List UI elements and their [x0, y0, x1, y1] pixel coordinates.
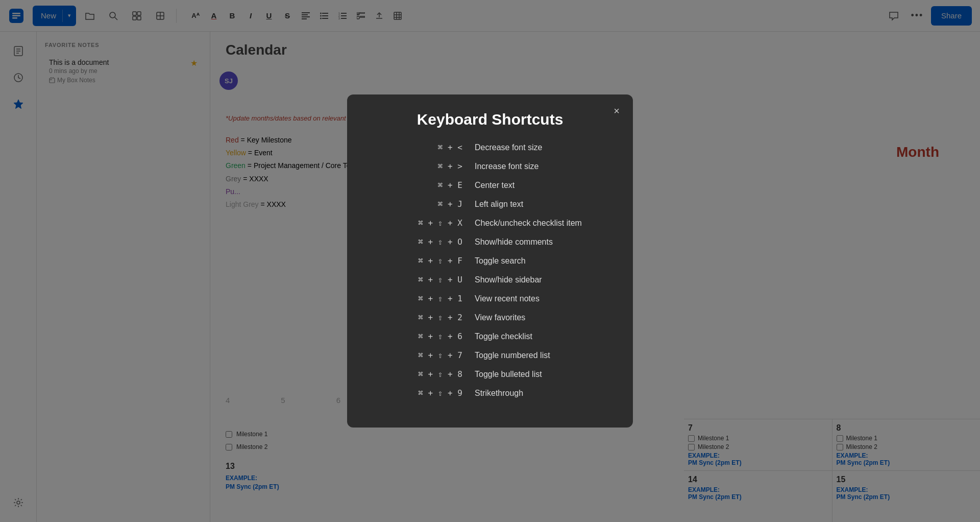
shortcut-keys-9: ⌘ + ⇧ + 2 [368, 313, 475, 322]
shortcut-row-10: ⌘ + ⇧ + 6 Toggle checklist [368, 331, 612, 341]
shortcut-desc-5: Show/hide comments [475, 238, 553, 247]
shortcut-desc-3: Left align text [475, 200, 523, 209]
shortcut-row-13: ⌘ + ⇧ + 9 Strikethrough [368, 388, 612, 398]
shortcut-desc-9: View favorites [475, 313, 525, 322]
shortcut-desc-8: View recent notes [475, 294, 540, 303]
shortcut-row-11: ⌘ + ⇧ + 7 Toggle numbered list [368, 350, 612, 360]
shortcut-desc-4: Check/uncheck checklist item [475, 219, 582, 228]
shortcut-row-12: ⌘ + ⇧ + 8 Toggle bulleted list [368, 369, 612, 379]
shortcut-keys-8: ⌘ + ⇧ + 1 [368, 294, 475, 303]
shortcut-row-8: ⌘ + ⇧ + 1 View recent notes [368, 294, 612, 303]
shortcut-row-2: ⌘ + E Center text [368, 180, 612, 190]
shortcut-keys-5: ⌘ + ⇧ + O [368, 237, 475, 247]
shortcut-row-4: ⌘ + ⇧ + X Check/uncheck checklist item [368, 218, 612, 228]
modal-close-button[interactable]: × [608, 103, 625, 119]
shortcut-desc-12: Toggle bulleted list [475, 370, 542, 379]
shortcut-desc-7: Show/hide sidebar [475, 275, 542, 284]
shortcut-row-5: ⌘ + ⇧ + O Show/hide comments [368, 237, 612, 247]
shortcut-desc-0: Decrease font size [475, 143, 543, 152]
shortcut-row-6: ⌘ + ⇧ + F Toggle search [368, 256, 612, 266]
shortcut-desc-13: Strikethrough [475, 389, 523, 398]
shortcut-keys-10: ⌘ + ⇧ + 6 [368, 331, 475, 341]
keyboard-shortcuts-modal: × Keyboard Shortcuts ⌘ + < Decrease font… [347, 94, 633, 428]
shortcut-row-7: ⌘ + ⇧ + U Show/hide sidebar [368, 275, 612, 284]
shortcut-keys-7: ⌘ + ⇧ + U [368, 275, 475, 284]
shortcut-desc-11: Toggle numbered list [475, 351, 550, 360]
shortcut-keys-3: ⌘ + J [368, 199, 475, 209]
shortcuts-list: ⌘ + < Decrease font size ⌘ + > Increase … [368, 143, 612, 398]
shortcut-desc-10: Toggle checklist [475, 332, 532, 341]
shortcut-desc-2: Center text [475, 181, 514, 190]
shortcut-keys-1: ⌘ + > [368, 161, 475, 171]
shortcut-desc-1: Increase font size [475, 162, 538, 171]
shortcut-keys-0: ⌘ + < [368, 143, 475, 152]
shortcut-row-1: ⌘ + > Increase font size [368, 161, 612, 171]
shortcut-keys-2: ⌘ + E [368, 180, 475, 190]
shortcut-keys-6: ⌘ + ⇧ + F [368, 256, 475, 266]
shortcut-keys-13: ⌘ + ⇧ + 9 [368, 388, 475, 398]
modal-title: Keyboard Shortcuts [368, 111, 612, 128]
shortcut-keys-11: ⌘ + ⇧ + 7 [368, 350, 475, 360]
shortcut-row-3: ⌘ + J Left align text [368, 199, 612, 209]
modal-overlay: × Keyboard Shortcuts ⌘ + < Decrease font… [0, 0, 980, 522]
shortcut-row-0: ⌘ + < Decrease font size [368, 143, 612, 152]
shortcut-desc-6: Toggle search [475, 256, 526, 266]
shortcut-keys-4: ⌘ + ⇧ + X [368, 218, 475, 228]
shortcut-keys-12: ⌘ + ⇧ + 8 [368, 369, 475, 379]
shortcut-row-9: ⌘ + ⇧ + 2 View favorites [368, 313, 612, 322]
